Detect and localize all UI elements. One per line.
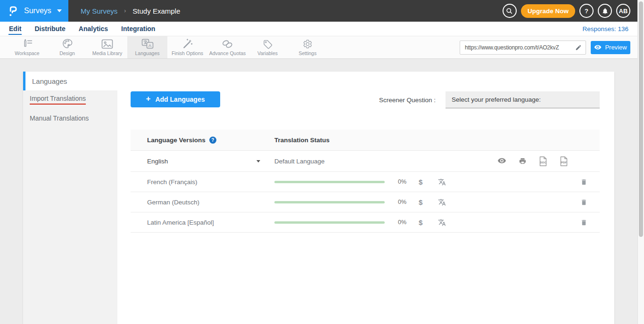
- toolbar-item-finish-options[interactable]: Finish Options: [167, 36, 207, 58]
- tab-analytics[interactable]: Analytics: [78, 23, 108, 35]
- brand-menu[interactable]: Surveys: [0, 0, 68, 22]
- table-header: Language Versions ? Translation Status: [131, 130, 600, 151]
- translation-progress-bar: [274, 181, 385, 183]
- languages-icon: A: [141, 39, 154, 49]
- languages-content: + Add Languages Screener Question : Sele…: [117, 72, 614, 324]
- survey-url-field[interactable]: https://www.questionpro.com/t/AO2kvZ: [460, 40, 586, 55]
- sidebar-item-manual-translations[interactable]: Manual Translations: [23, 109, 117, 127]
- bell-icon: [602, 8, 609, 15]
- languages-table: Language Versions ? Translation Status E…: [131, 130, 600, 233]
- translate-icon: [438, 178, 446, 186]
- workspace-icon: [21, 39, 33, 49]
- tab-distribute[interactable]: Distribute: [34, 23, 66, 35]
- sidebar-item-import-translations[interactable]: Import Translations: [23, 90, 117, 109]
- progress-percent: 0%: [398, 199, 409, 205]
- trash-icon: [580, 178, 587, 186]
- edit-toolbar: Workspace Design Media Library: [0, 36, 644, 59]
- view-language-button[interactable]: [497, 158, 506, 164]
- breadcrumb-my-surveys[interactable]: My Surveys: [81, 7, 117, 15]
- search-icon: [506, 8, 513, 15]
- sidebar-title: Languages: [23, 72, 117, 90]
- eye-icon: [497, 158, 506, 164]
- print-language-button[interactable]: [519, 157, 527, 165]
- gear-icon: [303, 39, 313, 49]
- table-row-language: French (Français) 0% $: [131, 172, 600, 192]
- svg-text:DOC: DOC: [540, 161, 546, 164]
- brand-label: Surveys: [24, 7, 51, 15]
- pdf-file-icon: PDF: [560, 156, 568, 166]
- export-pdf-button[interactable]: PDF: [560, 156, 568, 166]
- preview-button[interactable]: Preview: [591, 41, 630, 54]
- chain-link-icon: [222, 39, 233, 49]
- toolbar-item-advance-quotas[interactable]: Advance Quotas: [207, 36, 248, 58]
- language-dropdown-caret[interactable]: [256, 160, 260, 162]
- progress-percent: 0%: [398, 219, 409, 226]
- search-button[interactable]: [503, 4, 517, 18]
- svg-text:PDF: PDF: [561, 161, 567, 164]
- translation-progress-bar: [274, 221, 385, 224]
- survey-tab-bar: Edit Distribute Analytics Integration Re…: [0, 22, 644, 36]
- image-icon: [101, 39, 113, 49]
- delete-language-button[interactable]: [580, 198, 587, 206]
- responses-count[interactable]: Responses: 136: [582, 25, 628, 32]
- screener-question-label: Screener Question :: [379, 97, 436, 104]
- breadcrumb-separator: ›: [124, 8, 126, 14]
- upgrade-now-button[interactable]: Upgrade Now: [521, 4, 575, 18]
- add-languages-button[interactable]: + Add Languages: [131, 91, 220, 107]
- survey-url-text[interactable]: https://www.questionpro.com/t/AO2kvZ: [465, 44, 575, 51]
- toolbar-item-media-library[interactable]: Media Library: [87, 36, 127, 58]
- tab-edit[interactable]: Edit: [8, 23, 22, 35]
- progress-percent: 0%: [398, 178, 409, 185]
- help-circle-icon[interactable]: ?: [209, 137, 216, 144]
- translate-icon: [438, 198, 446, 206]
- paid-translation-button[interactable]: $: [419, 198, 422, 206]
- table-row-language: German (Deutsch) 0% $: [131, 192, 600, 212]
- delete-language-button[interactable]: [580, 219, 587, 227]
- breadcrumb: My Surveys › Study Example: [81, 7, 180, 15]
- auto-translate-button[interactable]: [438, 198, 446, 206]
- screener-question-select[interactable]: Select your preferred language:: [446, 91, 600, 108]
- trash-icon: [580, 219, 587, 227]
- toolbar-item-workspace[interactable]: Workspace: [7, 36, 47, 58]
- paid-translation-button[interactable]: $: [419, 219, 422, 227]
- magic-wand-icon: [182, 39, 193, 49]
- top-bar: Surveys My Surveys › Study Example Upgra…: [0, 0, 644, 22]
- plus-icon: +: [146, 94, 151, 104]
- translate-icon: [438, 219, 446, 227]
- doc-file-icon: DOC: [539, 156, 547, 166]
- languages-sidebar: Languages Import Translations Manual Tra…: [23, 72, 117, 324]
- export-doc-button[interactable]: DOC: [539, 156, 547, 166]
- svg-text:A: A: [148, 43, 151, 48]
- toolbar-item-design[interactable]: Design: [47, 36, 87, 58]
- table-row-language: Latin America [Español] 0% $: [131, 212, 600, 233]
- languages-panel: Languages Import Translations Manual Tra…: [23, 72, 614, 324]
- translation-progress-bar: [274, 201, 385, 203]
- scrollbar-thumb[interactable]: [639, 1, 643, 237]
- notifications-button[interactable]: [598, 4, 612, 18]
- tag-icon: [263, 39, 273, 49]
- toolbar-item-languages[interactable]: A Languages: [127, 36, 167, 58]
- page-scrollbar[interactable]: [637, 0, 644, 324]
- breadcrumb-current: Study Example: [132, 7, 180, 15]
- palette-icon: [62, 39, 73, 49]
- trash-icon: [580, 198, 587, 206]
- eye-icon: [594, 45, 602, 50]
- questionpro-logo-icon: [8, 5, 18, 17]
- printer-icon: [519, 157, 527, 165]
- table-row-default-language: English Default Language: [131, 151, 600, 172]
- tab-integration[interactable]: Integration: [121, 23, 156, 35]
- toolbar-item-variables[interactable]: Variables: [248, 36, 288, 58]
- delete-language-button[interactable]: [580, 178, 587, 186]
- chevron-down-icon: [57, 9, 62, 12]
- paid-translation-button[interactable]: $: [419, 178, 422, 186]
- help-button[interactable]: ?: [579, 4, 594, 18]
- avatar[interactable]: AB: [616, 4, 630, 18]
- main-area: Languages Import Translations Manual Tra…: [0, 59, 644, 324]
- edit-pencil-icon[interactable]: [575, 44, 582, 51]
- auto-translate-button[interactable]: [438, 178, 446, 186]
- toolbar-item-settings[interactable]: Settings: [288, 36, 328, 58]
- auto-translate-button[interactable]: [438, 219, 446, 227]
